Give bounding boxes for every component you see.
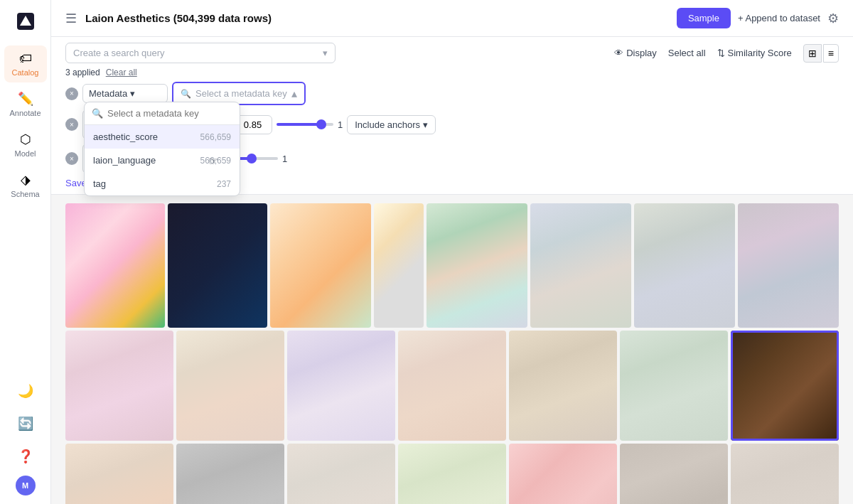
applied-count: 3 applied <box>65 68 100 77</box>
sidebar-item-catalog[interactable]: 🏷 Catalog <box>4 45 47 82</box>
image-item[interactable] <box>65 444 173 504</box>
main-content: ☰ Laion Aesthetics (504,399 data rows) S… <box>51 0 853 504</box>
include-anchors-button[interactable]: Include anchors ▾ <box>347 115 436 134</box>
catalog-icon: 🏷 <box>19 51 32 66</box>
similarity-icon: ⇅ <box>717 48 725 58</box>
select-all-button[interactable]: Select all <box>668 48 706 58</box>
image-item[interactable] <box>168 203 267 328</box>
settings-icon[interactable]: ⚙ <box>827 11 839 26</box>
sidebar-bottom: 🌙 🔄 ❓ M <box>12 377 39 495</box>
image-item[interactable] <box>287 444 395 504</box>
image-item[interactable] <box>731 331 839 441</box>
search-query-placeholder: Create a search query <box>73 48 165 58</box>
dropdown-item-aesthetic-score[interactable]: aesthetic_score 566,659 <box>85 125 240 149</box>
image-item[interactable] <box>65 203 165 328</box>
dropdown-item-count: 566,659 <box>200 132 231 142</box>
nl-max-value-label: 1 <box>282 154 287 164</box>
chevron-down-icon: ▾ <box>130 88 161 99</box>
topbar-actions: Sample + Append to dataset ⚙ <box>677 8 839 28</box>
view-toggle: ⊞ ≡ <box>803 44 839 63</box>
image-item[interactable] <box>65 331 173 441</box>
score-slider[interactable] <box>277 123 333 126</box>
chevron-down-icon: ▾ <box>423 119 428 130</box>
image-item[interactable] <box>270 203 371 328</box>
menu-icon[interactable]: ☰ <box>65 11 77 26</box>
image-item[interactable] <box>374 203 424 328</box>
page-title: Laion Aesthetics (504,399 data rows) <box>85 12 668 24</box>
dropdown-item-count: 237 <box>217 179 231 189</box>
max-value-label: 1 <box>338 119 343 130</box>
image-row-2 <box>65 331 839 441</box>
image-item[interactable] <box>287 331 395 441</box>
dropdown-item-tag[interactable]: tag 237 <box>85 172 240 195</box>
metadata-key-placeholder: Select a metadata key <box>195 88 287 99</box>
chevron-up-icon: ▴ <box>291 87 297 100</box>
search-icon: 🔍 <box>181 89 191 99</box>
eye-icon: 👁 <box>614 48 623 58</box>
filterbar: Create a search query ▾ 👁 Display Select… <box>51 37 853 195</box>
sidebar-item-label: Schema <box>11 190 39 198</box>
sync-icon[interactable]: 🔄 <box>12 410 39 437</box>
filterbar-right: 👁 Display Select all ⇅ Similarity Score … <box>614 44 839 63</box>
annotate-icon: ✏️ <box>18 91 33 107</box>
cursor-icon: ☞ <box>208 154 218 167</box>
metadata-close-button[interactable]: × <box>65 87 78 100</box>
metadata-search-box: 🔍 <box>85 102 240 125</box>
display-button[interactable]: 👁 Display <box>614 48 657 58</box>
app-logo[interactable] <box>13 9 38 34</box>
image-grid <box>51 195 853 504</box>
dropdown-item-laion-language[interactable]: laion_language 566,659 ☞ <box>85 149 240 172</box>
sidebar-item-model[interactable]: ⬡ Model <box>4 126 47 163</box>
image-item[interactable] <box>509 331 617 441</box>
topbar: ☰ Laion Aesthetics (504,399 data rows) S… <box>51 0 853 37</box>
dropdown-item-label: aesthetic_score <box>93 132 158 142</box>
image-item[interactable] <box>634 203 735 328</box>
sidebar-item-schema[interactable]: ⬗ Schema <box>4 166 47 204</box>
model-icon: ⬡ <box>20 132 31 147</box>
grid-view-button[interactable]: ⊞ <box>803 44 822 63</box>
metadata-dropdown: 🔍 aesthetic_score 566,659 laion_language… <box>84 102 240 196</box>
image-item[interactable] <box>731 444 839 504</box>
chevron-down-icon: ▾ <box>323 48 328 58</box>
image-item[interactable] <box>176 444 284 504</box>
image-item[interactable] <box>398 444 506 504</box>
image-item[interactable] <box>620 331 728 441</box>
search-query-input[interactable]: Create a search query ▾ <box>65 43 336 63</box>
applied-badge: 3 applied <box>65 68 100 77</box>
image-item[interactable] <box>426 203 527 328</box>
sidebar: 🏷 Catalog ✏️ Annotate ⬡ Model ⬗ Schema 🌙… <box>0 0 51 504</box>
image-row-3 <box>65 444 839 504</box>
sidebar-item-annotate[interactable]: ✏️ Annotate <box>4 85 47 123</box>
filterbar-top: Create a search query ▾ 👁 Display Select… <box>65 43 839 63</box>
metadata-search-input[interactable] <box>107 108 232 119</box>
sidebar-item-label: Annotate <box>9 109 41 117</box>
append-button[interactable]: + Append to dataset <box>738 13 820 23</box>
search-icon: 🔍 <box>92 108 103 119</box>
metadata-filter-row: × Metadata ▾ 🔍 Select a metadata key ▴ 🔍 <box>65 82 839 105</box>
avatar[interactable]: M <box>16 476 36 495</box>
dropdown-item-label: tag <box>93 178 106 189</box>
schema-icon: ⬗ <box>21 172 31 188</box>
filter-rows: × Metadata ▾ 🔍 Select a metadata key ▴ 🔍 <box>65 82 839 173</box>
image-item[interactable] <box>530 203 631 328</box>
sample-button[interactable]: Sample <box>677 8 731 28</box>
dark-mode-icon[interactable]: 🌙 <box>12 377 39 404</box>
image-item[interactable] <box>176 331 284 441</box>
help-icon[interactable]: ❓ <box>12 443 39 470</box>
image-item[interactable] <box>620 444 728 504</box>
dropdown-item-label: laion_language <box>93 155 156 166</box>
image-item[interactable] <box>398 331 506 441</box>
metadata-type-select[interactable]: Metadata ▾ <box>82 84 168 103</box>
sidebar-item-label: Model <box>15 149 36 158</box>
list-view-button[interactable]: ≡ <box>823 44 839 63</box>
filter-type-label: Metadata <box>89 88 127 99</box>
image-item[interactable] <box>509 444 617 504</box>
similar-close-button[interactable]: × <box>65 118 78 131</box>
image-item[interactable] <box>738 203 839 328</box>
sidebar-item-label: Catalog <box>12 68 39 77</box>
similarity-score-button[interactable]: ⇅ Similarity Score <box>717 48 792 58</box>
image-row-1 <box>65 203 839 328</box>
range-container <box>277 123 333 126</box>
natural-close-button[interactable]: × <box>65 152 78 165</box>
clear-all-button[interactable]: Clear all <box>106 68 137 77</box>
